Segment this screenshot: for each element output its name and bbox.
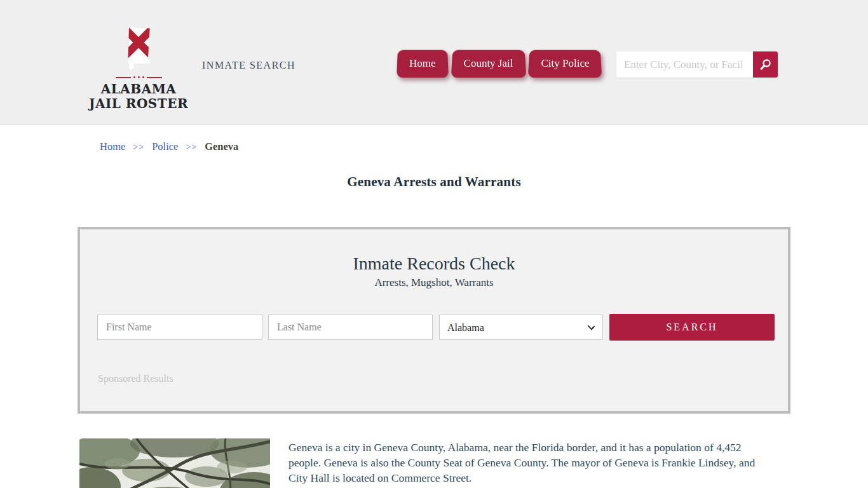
facility-search-button[interactable]: [753, 51, 778, 78]
records-check-title: Inmate Records Check: [80, 254, 788, 274]
geneva-city-photo: [79, 438, 270, 488]
nav-county-jail-label: County Jail: [464, 57, 513, 70]
logo-text-line2: JAIL ROSTER: [89, 97, 188, 111]
nav-city-police-button[interactable]: City Police: [529, 50, 601, 78]
page-title: Geneva Arrests and Warrants: [0, 174, 868, 190]
alabama-state-flag-icon: [121, 25, 156, 74]
records-check-subtitle: Arrests, Mugshot, Warrants: [80, 276, 788, 289]
inmate-search-tagline: INMATE SEARCH: [202, 60, 295, 71]
sponsored-results-label: Sponsored Results: [98, 373, 173, 384]
state-select[interactable]: Alabama: [439, 315, 603, 340]
site-logo[interactable]: ALABAMA JAIL ROSTER: [94, 25, 183, 111]
breadcrumb-separator: >>: [186, 142, 197, 152]
facility-search-input[interactable]: [616, 51, 753, 78]
facility-search-bar: [616, 51, 778, 78]
last-name-field[interactable]: [268, 315, 433, 340]
breadcrumb-current-page: Geneva: [205, 140, 238, 153]
breadcrumb: Home >> Police >> Geneva: [100, 140, 238, 153]
main-nav: Home County Jail City Police: [397, 50, 602, 78]
site-header: ALABAMA JAIL ROSTER INMATE SEARCH Home C…: [0, 0, 868, 125]
tree-canopy-image: [79, 438, 270, 488]
logo-divider: [116, 76, 162, 78]
nav-home-label: Home: [409, 57, 436, 70]
state-select-wrap: Alabama: [439, 315, 603, 340]
breadcrumb-police-link[interactable]: Police: [152, 140, 178, 153]
page: ALABAMA JAIL ROSTER INMATE SEARCH Home C…: [0, 0, 868, 488]
records-search-button[interactable]: SEARCH: [609, 314, 775, 341]
inmate-records-check-panel: Inmate Records Check Arrests, Mugshot, W…: [78, 227, 790, 414]
nav-city-police-label: City Police: [541, 57, 589, 70]
breadcrumb-separator: >>: [133, 142, 144, 152]
magnifier-icon: [759, 58, 772, 71]
breadcrumb-home-link[interactable]: Home: [100, 140, 125, 153]
logo-text-line1: ALABAMA: [101, 82, 177, 97]
first-name-field[interactable]: [97, 315, 262, 340]
nav-home-button[interactable]: Home: [397, 50, 448, 78]
city-description-text: Geneva is a city in Geneva County, Alaba…: [288, 440, 774, 485]
nav-county-jail-button[interactable]: County Jail: [452, 50, 526, 78]
